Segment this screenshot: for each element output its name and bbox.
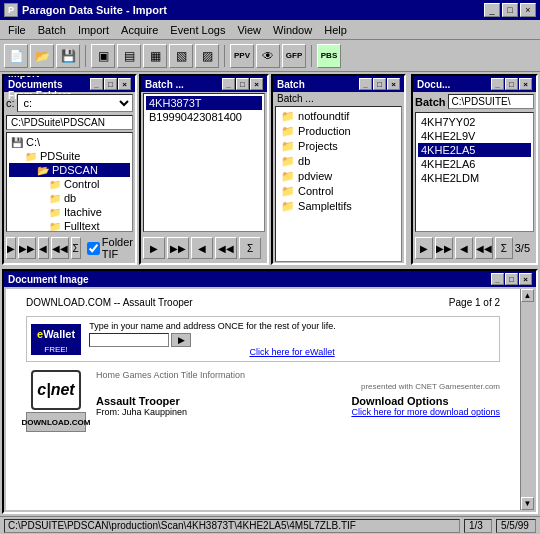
menu-help[interactable]: Help (318, 22, 353, 38)
tree-item-db[interactable]: 📁 db (9, 191, 130, 205)
wallet-input[interactable] (89, 333, 169, 347)
document-list[interactable]: 4KH7YY02 4KHE2L9V 4KHE2LA5 4KHE2LA6 4KHE… (415, 112, 534, 232)
batch-folder-projects[interactable]: 📁 Projects (278, 139, 399, 154)
folder-tif-checkbox-label[interactable]: Folder TIF (87, 236, 133, 260)
doc-btn-3[interactable]: ◀ (455, 237, 473, 259)
batch-list-panel: Batch ... _ □ × 4KH3873T B19990423081400… (139, 74, 269, 265)
batch-close[interactable]: × (250, 78, 263, 90)
document-close[interactable]: × (519, 78, 532, 90)
document-maximize[interactable]: □ (505, 78, 518, 90)
toolbar-sep-1 (85, 45, 86, 67)
doc-btn-1[interactable]: ▶ (415, 237, 433, 259)
batch-folder-db[interactable]: 📁 db (278, 154, 399, 169)
toolbar-new[interactable]: 📄 (4, 44, 28, 68)
document-minimize[interactable]: _ (491, 78, 504, 90)
import-btn-3[interactable]: ◀ (38, 237, 48, 259)
wallet-go-btn[interactable]: ▶ (171, 333, 191, 347)
menu-acquire[interactable]: Acquire (115, 22, 164, 38)
toolbar-save[interactable]: 💾 (56, 44, 80, 68)
batch-btn-5[interactable]: Σ (239, 237, 261, 259)
batch-btn-3[interactable]: ◀ (191, 237, 213, 259)
doc-image-maximize[interactable]: □ (505, 273, 518, 285)
doc-image-minimize[interactable]: _ (491, 273, 504, 285)
toolbar-eye[interactable]: 👁 (256, 44, 280, 68)
menu-view[interactable]: View (231, 22, 267, 38)
batch-maximize[interactable]: □ (236, 78, 249, 90)
main-panels: Import Documents From Folders _ □ × c: c… (0, 72, 540, 267)
import-maximize[interactable]: □ (104, 78, 117, 90)
batch-item-0[interactable]: 4KH3873T (146, 96, 262, 110)
toolbar-gfp[interactable]: GFP (282, 44, 306, 68)
doc-btn-5[interactable]: Σ (495, 237, 513, 259)
batch-list[interactable]: 4KH3873T B19990423081400 (143, 93, 265, 232)
batch-folder-pdview[interactable]: 📁 pdview (278, 169, 399, 184)
game-title: Assault Trooper (96, 395, 187, 407)
batch-folder-minimize[interactable]: _ (359, 78, 372, 90)
toolbar-btn-4[interactable]: ▣ (91, 44, 115, 68)
tree-item-control[interactable]: 📁 Control (9, 177, 130, 191)
download-link[interactable]: Click here for more download options (351, 407, 500, 417)
drive-label: c: (6, 97, 15, 109)
import-close[interactable]: × (118, 78, 131, 90)
scroll-up-btn[interactable]: ▲ (521, 289, 534, 302)
close-button[interactable]: × (520, 3, 536, 17)
maximize-button[interactable]: □ (502, 3, 518, 17)
batch-folder-maximize[interactable]: □ (373, 78, 386, 90)
batch-folder-notfoundtif[interactable]: 📁 notfoundtif (278, 109, 399, 124)
batch-folder-tree[interactable]: 📁 notfoundtif 📁 Production 📁 Projects 📁 … (275, 106, 402, 262)
toolbar-btn-8[interactable]: ▨ (195, 44, 219, 68)
minimize-button[interactable]: _ (484, 3, 500, 17)
cnet-logo: c|net (31, 370, 81, 410)
scroll-track[interactable] (521, 302, 534, 497)
status-bar: C:\PDSUITE\PDSCAN\production\Scan\4KH387… (0, 516, 540, 534)
toolbar-btn-5[interactable]: ▤ (117, 44, 141, 68)
import-btn-1[interactable]: ▶ (6, 237, 16, 259)
download-logo: DOWNLOAD.COM (26, 412, 86, 432)
folder-tif-checkbox[interactable] (87, 242, 100, 255)
tree-item-root[interactable]: 💾 C:\ (9, 135, 130, 149)
import-btn-4[interactable]: ◀◀ (51, 237, 69, 259)
toolbar-btn-6[interactable]: ▦ (143, 44, 167, 68)
batch-btn-2[interactable]: ▶▶ (167, 237, 189, 259)
status-date: 5/5/99 (496, 519, 536, 533)
batch-folder-control[interactable]: 📁 Control (278, 184, 399, 199)
import-btn-2[interactable]: ▶▶ (18, 237, 36, 259)
batch-folder-sampleltifs[interactable]: 📁 Sampleltifs (278, 199, 399, 214)
document-panel-title: Docu... _ □ × (413, 76, 536, 92)
toolbar-pbs[interactable]: PBS (317, 44, 341, 68)
batch-minimize[interactable]: _ (222, 78, 235, 90)
menu-event-logs[interactable]: Event Logs (164, 22, 231, 38)
doc-image-title-bar: Document Image _ □ × (4, 271, 536, 287)
batch-btn-4[interactable]: ◀◀ (215, 237, 237, 259)
batch-folder-production[interactable]: 📁 Production (278, 124, 399, 139)
batch-item-1[interactable]: B19990423081400 (146, 110, 262, 124)
menu-import[interactable]: Import (72, 22, 115, 38)
doc-item-3[interactable]: 4KHE2LA6 (418, 157, 531, 171)
wallet-link[interactable]: Click here for eWallet (89, 347, 495, 357)
batch-btn-1[interactable]: ▶ (143, 237, 165, 259)
doc-item-1[interactable]: 4KHE2L9V (418, 129, 531, 143)
folder-tree[interactable]: 💾 C:\ 📁 PDSuite 📂 PDSCAN 📁 Control 📁 db … (6, 132, 133, 232)
import-minimize[interactable]: _ (90, 78, 103, 90)
toolbar-open[interactable]: 📂 (30, 44, 54, 68)
tree-item-fulltext[interactable]: 📁 Fulltext (9, 219, 130, 232)
tree-item-pdsuite[interactable]: 📁 PDSuite (9, 149, 130, 163)
doc-btn-4[interactable]: ◀◀ (475, 237, 493, 259)
doc-item-4[interactable]: 4KHE2LDM (418, 171, 531, 185)
toolbar-ppv[interactable]: PPV (230, 44, 254, 68)
menu-file[interactable]: File (2, 22, 32, 38)
toolbar-btn-7[interactable]: ▧ (169, 44, 193, 68)
doc-item-0[interactable]: 4KH7YY02 (418, 115, 531, 129)
doc-item-2[interactable]: 4KHE2LA5 (418, 143, 531, 157)
batch-folder-close[interactable]: × (387, 78, 400, 90)
tree-item-pdscan[interactable]: 📂 PDSCAN (9, 163, 130, 177)
doc-btn-2[interactable]: ▶▶ (435, 237, 453, 259)
doc-image-close[interactable]: × (519, 273, 532, 285)
tree-item-itachive[interactable]: 📁 Itachive (9, 205, 130, 219)
menu-batch[interactable]: Batch (32, 22, 72, 38)
menu-window[interactable]: Window (267, 22, 318, 38)
scroll-down-btn[interactable]: ▼ (521, 497, 534, 510)
scroll-bar[interactable]: ▲ ▼ (520, 289, 534, 510)
import-btn-5[interactable]: Σ (71, 237, 81, 259)
drive-combo[interactable]: c: (17, 94, 133, 112)
